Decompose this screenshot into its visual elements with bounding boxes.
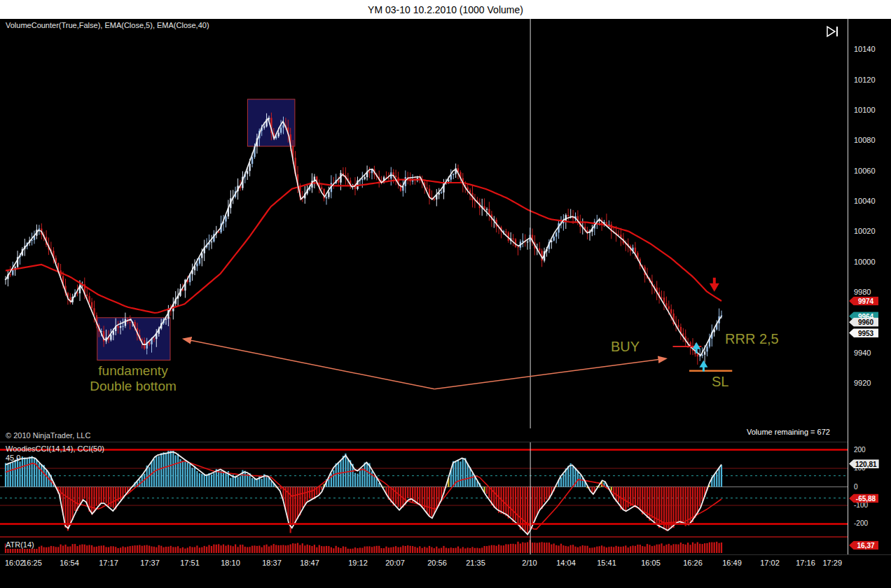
pattern-label: fundamenty Double bottom <box>28 363 238 394</box>
time-axis-label: 17:37 <box>140 559 160 567</box>
time-axis-label: 18:10 <box>221 559 240 567</box>
time-axis-label: 20:07 <box>385 559 405 567</box>
time-axis-label: 2/10 <box>522 559 537 567</box>
time-axis-label: 16:54 <box>60 559 79 567</box>
price-axis-label: 10140 <box>854 45 876 53</box>
pattern-label-line1: fundamenty <box>28 363 238 379</box>
cci-axis-label: 200 <box>854 445 866 453</box>
copyright-label: © 2010 NinjaTrader, LLC <box>6 431 90 440</box>
time-axis-label: 20:56 <box>427 559 447 567</box>
play-step-icon-glyph <box>824 24 842 39</box>
time-axis-label: 17:29 <box>822 559 842 567</box>
time-axis-label: 17:17 <box>99 559 118 567</box>
price-axis-label: 10060 <box>854 167 876 175</box>
cci-axis-label: -200 <box>854 519 868 527</box>
time-axis-label: 19:12 <box>348 559 368 567</box>
chart-title-text: YM 03-10 10.2.2010 (1000 Volume) <box>368 4 523 15</box>
time-axis-label: 17:16 <box>796 559 815 567</box>
price-axis[interactable]: 1014010120101001008010060100401002010000… <box>848 19 891 554</box>
time-axis-label: 17:02 <box>760 559 780 567</box>
time-axis[interactable]: 16:0216:2516:5417:1717:3717:5118:1018:37… <box>0 554 891 573</box>
indicator-label: VolumeCounter(True,False), EMA(Close,5),… <box>6 21 209 29</box>
cci-indicator-label: WoodiesCCI(14,14), CCI(50) <box>6 444 104 453</box>
price-axis-label: 10020 <box>854 227 876 235</box>
price-axis-label: 10080 <box>854 136 876 144</box>
time-axis-label: 21:35 <box>466 559 485 567</box>
price-axis-label: 10100 <box>854 106 876 114</box>
stop-loss-label: SL <box>712 374 728 390</box>
time-axis-label: 18:47 <box>300 559 319 567</box>
pattern-label-line2: Double bottom <box>28 379 238 394</box>
cci-indicator-panel: WoodiesCCI(14,14), CCI(50) 45,0 <box>0 442 848 537</box>
buy-label: BUY <box>611 339 640 355</box>
time-axis-label: 16:02 <box>5 559 25 567</box>
time-axis-label: 16:05 <box>641 559 661 567</box>
time-axis-label: 17:51 <box>180 559 200 567</box>
cci-axis-label: 0 <box>854 482 858 490</box>
cci-value-tag: -65,88 <box>849 493 878 503</box>
cci-value-tag: 120,81 <box>849 459 879 468</box>
time-axis-label: 16:25 <box>22 559 42 567</box>
price-axis-label: 10000 <box>854 258 876 266</box>
time-axis-label: 18:37 <box>262 559 282 567</box>
time-axis-label: 14:04 <box>556 559 576 567</box>
price-tag: 9953 <box>849 328 878 337</box>
play-step-icon[interactable] <box>824 24 842 42</box>
price-chart-panel: VolumeCounter(True,False), EMA(Close,5),… <box>0 19 848 442</box>
price-tag: 9974 <box>849 297 878 306</box>
atr-indicator-panel: ATR(14) <box>0 536 848 554</box>
price-axis-label: 9940 <box>854 349 871 357</box>
time-axis-label: 15:41 <box>597 559 616 567</box>
price-axis-label: 10120 <box>854 76 876 84</box>
atr-value-tag: 16,37 <box>849 541 878 550</box>
time-axis-label: 16:49 <box>722 559 742 567</box>
risk-reward-label: RRR 2,5 <box>725 331 779 347</box>
cci-chart-canvas[interactable] <box>0 442 848 540</box>
atr-indicator-label: ATR(14) <box>6 540 38 549</box>
chart-window-title: YM 03-10 10.2.2010 (1000 Volume) <box>0 0 891 19</box>
price-axis-label: 10040 <box>854 197 876 205</box>
price-tag: 9960 <box>849 318 878 327</box>
time-axis-label: 16:26 <box>683 559 703 567</box>
price-axis-label: 9920 <box>854 379 871 387</box>
volume-remaining-label: Volume remaining = 672 <box>747 428 830 436</box>
cci-sub-label: 45,0 <box>6 454 20 462</box>
price-axis-label: 9980 <box>854 288 871 296</box>
